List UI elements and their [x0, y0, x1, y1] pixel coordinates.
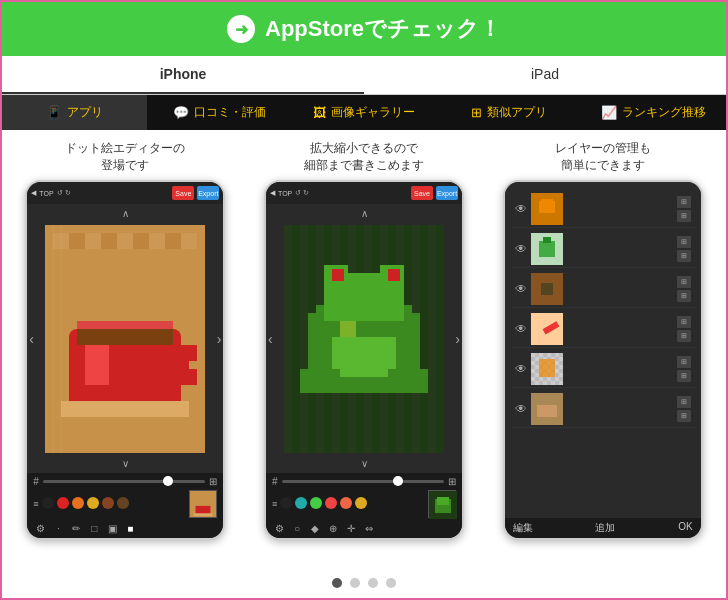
layer-thumb-3[interactable]: [531, 273, 563, 305]
layer-action-down-2[interactable]: ⊞: [677, 250, 691, 262]
nav-tab-gallery[interactable]: 🖼 画像ギャラリー: [292, 95, 437, 130]
gallery-icon: 🖼: [313, 105, 326, 120]
color-black[interactable]: [42, 497, 54, 509]
layer-action-down-4[interactable]: ⊞: [677, 330, 691, 342]
layer-action-up-4[interactable]: ⊞: [677, 316, 691, 328]
dot-3[interactable]: [368, 578, 378, 588]
right-arrow-2[interactable]: ›: [455, 331, 460, 347]
layer-thumb-5[interactable]: [531, 353, 563, 385]
toolbar-left-2: ◀ TOP ↺ ↻: [270, 189, 309, 197]
settings-icon-1[interactable]: ⚙: [33, 521, 47, 535]
layer-actions-1: ⊞ ⊞: [677, 196, 691, 222]
color-teal[interactable]: [295, 497, 307, 509]
nav-tab-similar[interactable]: ⊞ 類似アプリ: [436, 95, 581, 130]
dot-2[interactable]: [350, 578, 360, 588]
svg-rect-44: [388, 269, 400, 281]
slider-track-1[interactable]: [43, 480, 205, 483]
svg-rect-19: [85, 345, 109, 385]
layer-add-btn[interactable]: 追加: [595, 521, 615, 535]
screenshot-card-3: レイヤーの管理も簡単にできます 👁: [487, 140, 718, 560]
move-icon-2[interactable]: ✛: [344, 521, 358, 535]
layer-actions-2: ⊞ ⊞: [677, 236, 691, 262]
fill-icon-1[interactable]: ▣: [105, 521, 119, 535]
svg-rect-18: [77, 329, 173, 345]
app-store-banner[interactable]: ➜ AppStoreでチェック！: [2, 2, 726, 56]
color-gold[interactable]: [355, 497, 367, 509]
dot-1[interactable]: [332, 578, 342, 588]
layer-thumb-1[interactable]: [531, 193, 563, 225]
white-square-icon-1[interactable]: ■: [123, 521, 137, 535]
flip-icon-2[interactable]: ⇔: [362, 521, 376, 535]
svg-rect-9: [165, 233, 181, 249]
pencil-icon-1[interactable]: ✏: [69, 521, 83, 535]
color-black-2[interactable]: [280, 497, 292, 509]
eye-icon-4[interactable]: 👁: [515, 322, 527, 336]
tab-ipad[interactable]: iPad: [364, 56, 726, 94]
toolbar-right-2: Save Export: [411, 186, 458, 200]
layer-action-down-5[interactable]: ⊞: [677, 370, 691, 382]
layer-thumb-4[interactable]: [531, 313, 563, 345]
card-2-title: 拡大縮小できるので細部まで書きこめます: [304, 140, 424, 172]
layer-action-up-2[interactable]: ⊞: [677, 236, 691, 248]
layer-actions-5: ⊞ ⊞: [677, 356, 691, 382]
arrow-icon-2[interactable]: ◆: [308, 521, 322, 535]
square-icon-1[interactable]: □: [87, 521, 101, 535]
export-btn-1[interactable]: Export: [197, 186, 219, 200]
layer-action-down-6[interactable]: ⊞: [677, 410, 691, 422]
layer-edit-btn[interactable]: 編集: [513, 521, 533, 535]
app-icon: 📱: [46, 105, 62, 120]
layer-icon-2[interactable]: ⊕: [326, 521, 340, 535]
canvas-area-1: ‹: [27, 204, 223, 473]
similar-icon: ⊞: [471, 105, 482, 120]
layer-action-down-3[interactable]: ⊞: [677, 290, 691, 302]
layer-ok-btn[interactable]: OK: [678, 521, 692, 535]
layer-action-up-1[interactable]: ⊞: [677, 196, 691, 208]
phone-toolbar-2: ◀ TOP ↺ ↻ Save Export: [266, 182, 462, 204]
eye-icon-6[interactable]: 👁: [515, 402, 527, 416]
layer-actions-6: ⊞ ⊞: [677, 396, 691, 422]
banner-arrow-icon: ➜: [227, 15, 255, 43]
right-arrow-1[interactable]: ›: [217, 331, 222, 347]
color-red-2[interactable]: [325, 497, 337, 509]
layer-action-up-3[interactable]: ⊞: [677, 276, 691, 288]
layer-action-up-5[interactable]: ⊞: [677, 356, 691, 368]
color-green[interactable]: [310, 497, 322, 509]
grid-icon-2: #: [272, 476, 278, 487]
nav-tab-review[interactable]: 💬 口コミ・評価: [147, 95, 292, 130]
nav-tab-app[interactable]: 📱 アプリ: [2, 95, 147, 130]
layer-thumb-6[interactable]: [531, 393, 563, 425]
circle-icon-2[interactable]: ○: [290, 521, 304, 535]
canvas-area-2: ‹: [266, 204, 462, 473]
color-orange[interactable]: [72, 497, 84, 509]
layer-row-2: 👁 ⊞ ⊞: [511, 230, 695, 268]
tab-iphone[interactable]: iPhone: [2, 56, 364, 94]
layer-thumb-2[interactable]: [531, 233, 563, 265]
nav-tab-ranking[interactable]: 📈 ランキング推移: [581, 95, 726, 130]
grid-slider-2: # ⊞: [272, 476, 456, 487]
thumbnail-1: [189, 490, 217, 518]
color-coral[interactable]: [340, 497, 352, 509]
layer-action-up-6[interactable]: ⊞: [677, 396, 691, 408]
eye-icon-5[interactable]: 👁: [515, 362, 527, 376]
layer-action-down-1[interactable]: ⊞: [677, 210, 691, 222]
color-brown[interactable]: [102, 497, 114, 509]
save-btn-1[interactable]: Save: [172, 186, 194, 200]
left-arrow-2[interactable]: ‹: [268, 331, 273, 347]
slider-track-2[interactable]: [282, 480, 444, 483]
svg-rect-48: [340, 321, 356, 337]
layer-actions-4: ⊞ ⊞: [677, 316, 691, 342]
eye-icon-1[interactable]: 👁: [515, 202, 527, 216]
eye-icon-2[interactable]: 👁: [515, 242, 527, 256]
color-yellow[interactable]: [87, 497, 99, 509]
pagination: [2, 570, 726, 596]
color-red[interactable]: [57, 497, 69, 509]
pixel-art-coffee: [45, 224, 205, 454]
settings-icon-2[interactable]: ⚙: [272, 521, 286, 535]
dot-4[interactable]: [386, 578, 396, 588]
export-btn-2[interactable]: Export: [436, 186, 458, 200]
svg-rect-4: [85, 233, 101, 249]
left-arrow-1[interactable]: ‹: [29, 331, 34, 347]
save-btn-2[interactable]: Save: [411, 186, 433, 200]
eye-icon-3[interactable]: 👁: [515, 282, 527, 296]
color-dark-brown[interactable]: [117, 497, 129, 509]
